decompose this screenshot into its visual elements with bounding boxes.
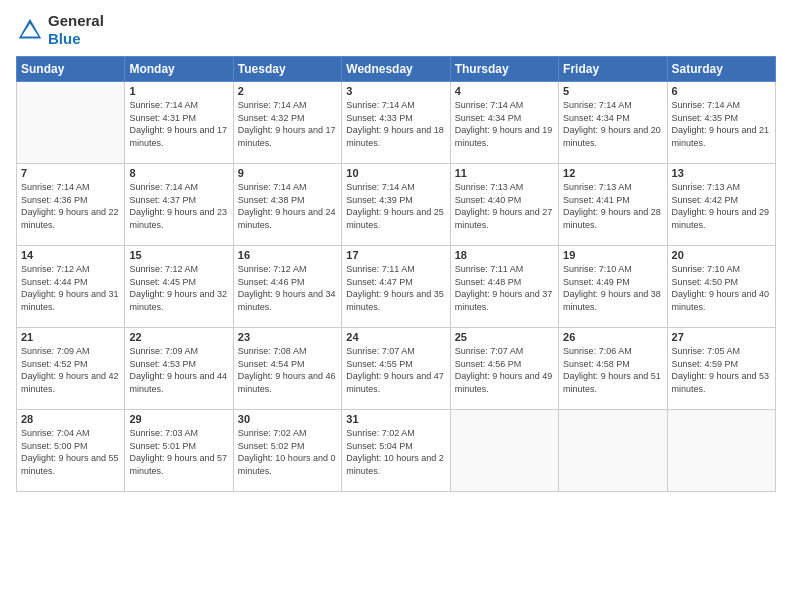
day-info: Sunrise: 7:08 AMSunset: 4:54 PMDaylight:…	[238, 345, 337, 395]
day-number: 26	[563, 331, 662, 343]
calendar-week-row: 7Sunrise: 7:14 AMSunset: 4:36 PMDaylight…	[17, 164, 776, 246]
day-info: Sunrise: 7:14 AMSunset: 4:34 PMDaylight:…	[455, 99, 554, 149]
day-info: Sunrise: 7:14 AMSunset: 4:39 PMDaylight:…	[346, 181, 445, 231]
day-number: 18	[455, 249, 554, 261]
calendar-cell: 27Sunrise: 7:05 AMSunset: 4:59 PMDayligh…	[667, 328, 775, 410]
calendar-cell: 19Sunrise: 7:10 AMSunset: 4:49 PMDayligh…	[559, 246, 667, 328]
calendar-cell	[559, 410, 667, 492]
day-info: Sunrise: 7:12 AMSunset: 4:44 PMDaylight:…	[21, 263, 120, 313]
calendar-cell: 11Sunrise: 7:13 AMSunset: 4:40 PMDayligh…	[450, 164, 558, 246]
calendar-cell	[667, 410, 775, 492]
calendar-cell: 4Sunrise: 7:14 AMSunset: 4:34 PMDaylight…	[450, 82, 558, 164]
calendar-week-row: 28Sunrise: 7:04 AMSunset: 5:00 PMDayligh…	[17, 410, 776, 492]
day-info: Sunrise: 7:02 AMSunset: 5:04 PMDaylight:…	[346, 427, 445, 477]
calendar-header-friday: Friday	[559, 57, 667, 82]
day-info: Sunrise: 7:14 AMSunset: 4:36 PMDaylight:…	[21, 181, 120, 231]
calendar-header-monday: Monday	[125, 57, 233, 82]
day-number: 20	[672, 249, 771, 261]
day-info: Sunrise: 7:09 AMSunset: 4:52 PMDaylight:…	[21, 345, 120, 395]
day-number: 28	[21, 413, 120, 425]
calendar-cell: 23Sunrise: 7:08 AMSunset: 4:54 PMDayligh…	[233, 328, 341, 410]
calendar-cell: 5Sunrise: 7:14 AMSunset: 4:34 PMDaylight…	[559, 82, 667, 164]
day-number: 29	[129, 413, 228, 425]
header: General Blue	[16, 12, 776, 48]
day-number: 23	[238, 331, 337, 343]
calendar-cell: 9Sunrise: 7:14 AMSunset: 4:38 PMDaylight…	[233, 164, 341, 246]
day-info: Sunrise: 7:13 AMSunset: 4:40 PMDaylight:…	[455, 181, 554, 231]
day-number: 31	[346, 413, 445, 425]
logo-general: General	[48, 12, 104, 29]
calendar-header-wednesday: Wednesday	[342, 57, 450, 82]
calendar-cell: 17Sunrise: 7:11 AMSunset: 4:47 PMDayligh…	[342, 246, 450, 328]
day-info: Sunrise: 7:12 AMSunset: 4:46 PMDaylight:…	[238, 263, 337, 313]
day-info: Sunrise: 7:14 AMSunset: 4:37 PMDaylight:…	[129, 181, 228, 231]
day-number: 24	[346, 331, 445, 343]
day-number: 7	[21, 167, 120, 179]
day-info: Sunrise: 7:10 AMSunset: 4:49 PMDaylight:…	[563, 263, 662, 313]
day-info: Sunrise: 7:11 AMSunset: 4:47 PMDaylight:…	[346, 263, 445, 313]
day-info: Sunrise: 7:05 AMSunset: 4:59 PMDaylight:…	[672, 345, 771, 395]
day-info: Sunrise: 7:14 AMSunset: 4:33 PMDaylight:…	[346, 99, 445, 149]
day-number: 13	[672, 167, 771, 179]
calendar-table: SundayMondayTuesdayWednesdayThursdayFrid…	[16, 56, 776, 492]
day-number: 17	[346, 249, 445, 261]
calendar-cell: 1Sunrise: 7:14 AMSunset: 4:31 PMDaylight…	[125, 82, 233, 164]
day-number: 25	[455, 331, 554, 343]
calendar-cell: 21Sunrise: 7:09 AMSunset: 4:52 PMDayligh…	[17, 328, 125, 410]
day-info: Sunrise: 7:14 AMSunset: 4:32 PMDaylight:…	[238, 99, 337, 149]
calendar-cell: 3Sunrise: 7:14 AMSunset: 4:33 PMDaylight…	[342, 82, 450, 164]
calendar-header-tuesday: Tuesday	[233, 57, 341, 82]
calendar-cell: 22Sunrise: 7:09 AMSunset: 4:53 PMDayligh…	[125, 328, 233, 410]
calendar-cell	[450, 410, 558, 492]
calendar-cell: 29Sunrise: 7:03 AMSunset: 5:01 PMDayligh…	[125, 410, 233, 492]
day-info: Sunrise: 7:14 AMSunset: 4:34 PMDaylight:…	[563, 99, 662, 149]
calendar-cell: 31Sunrise: 7:02 AMSunset: 5:04 PMDayligh…	[342, 410, 450, 492]
calendar-cell: 15Sunrise: 7:12 AMSunset: 4:45 PMDayligh…	[125, 246, 233, 328]
day-info: Sunrise: 7:14 AMSunset: 4:35 PMDaylight:…	[672, 99, 771, 149]
calendar-cell: 16Sunrise: 7:12 AMSunset: 4:46 PMDayligh…	[233, 246, 341, 328]
calendar-cell: 12Sunrise: 7:13 AMSunset: 4:41 PMDayligh…	[559, 164, 667, 246]
calendar-cell: 6Sunrise: 7:14 AMSunset: 4:35 PMDaylight…	[667, 82, 775, 164]
day-number: 19	[563, 249, 662, 261]
day-info: Sunrise: 7:10 AMSunset: 4:50 PMDaylight:…	[672, 263, 771, 313]
calendar-cell: 8Sunrise: 7:14 AMSunset: 4:37 PMDaylight…	[125, 164, 233, 246]
day-info: Sunrise: 7:12 AMSunset: 4:45 PMDaylight:…	[129, 263, 228, 313]
calendar-cell	[17, 82, 125, 164]
day-number: 30	[238, 413, 337, 425]
day-info: Sunrise: 7:14 AMSunset: 4:38 PMDaylight:…	[238, 181, 337, 231]
calendar-cell: 13Sunrise: 7:13 AMSunset: 4:42 PMDayligh…	[667, 164, 775, 246]
day-number: 11	[455, 167, 554, 179]
day-number: 9	[238, 167, 337, 179]
day-number: 3	[346, 85, 445, 97]
calendar-header-sunday: Sunday	[17, 57, 125, 82]
day-info: Sunrise: 7:13 AMSunset: 4:41 PMDaylight:…	[563, 181, 662, 231]
day-number: 2	[238, 85, 337, 97]
day-info: Sunrise: 7:03 AMSunset: 5:01 PMDaylight:…	[129, 427, 228, 477]
calendar-week-row: 1Sunrise: 7:14 AMSunset: 4:31 PMDaylight…	[17, 82, 776, 164]
day-info: Sunrise: 7:07 AMSunset: 4:56 PMDaylight:…	[455, 345, 554, 395]
day-number: 10	[346, 167, 445, 179]
day-number: 21	[21, 331, 120, 343]
day-info: Sunrise: 7:07 AMSunset: 4:55 PMDaylight:…	[346, 345, 445, 395]
day-info: Sunrise: 7:06 AMSunset: 4:58 PMDaylight:…	[563, 345, 662, 395]
day-info: Sunrise: 7:13 AMSunset: 4:42 PMDaylight:…	[672, 181, 771, 231]
calendar-header-row: SundayMondayTuesdayWednesdayThursdayFrid…	[17, 57, 776, 82]
calendar-cell: 10Sunrise: 7:14 AMSunset: 4:39 PMDayligh…	[342, 164, 450, 246]
day-number: 8	[129, 167, 228, 179]
day-info: Sunrise: 7:11 AMSunset: 4:48 PMDaylight:…	[455, 263, 554, 313]
day-number: 15	[129, 249, 228, 261]
day-info: Sunrise: 7:04 AMSunset: 5:00 PMDaylight:…	[21, 427, 120, 477]
day-number: 27	[672, 331, 771, 343]
day-number: 5	[563, 85, 662, 97]
day-number: 1	[129, 85, 228, 97]
day-number: 14	[21, 249, 120, 261]
calendar-cell: 20Sunrise: 7:10 AMSunset: 4:50 PMDayligh…	[667, 246, 775, 328]
calendar-cell: 18Sunrise: 7:11 AMSunset: 4:48 PMDayligh…	[450, 246, 558, 328]
day-number: 6	[672, 85, 771, 97]
logo-icon	[16, 16, 44, 44]
calendar-cell: 2Sunrise: 7:14 AMSunset: 4:32 PMDaylight…	[233, 82, 341, 164]
calendar-cell: 25Sunrise: 7:07 AMSunset: 4:56 PMDayligh…	[450, 328, 558, 410]
day-info: Sunrise: 7:02 AMSunset: 5:02 PMDaylight:…	[238, 427, 337, 477]
calendar-header-saturday: Saturday	[667, 57, 775, 82]
day-number: 16	[238, 249, 337, 261]
